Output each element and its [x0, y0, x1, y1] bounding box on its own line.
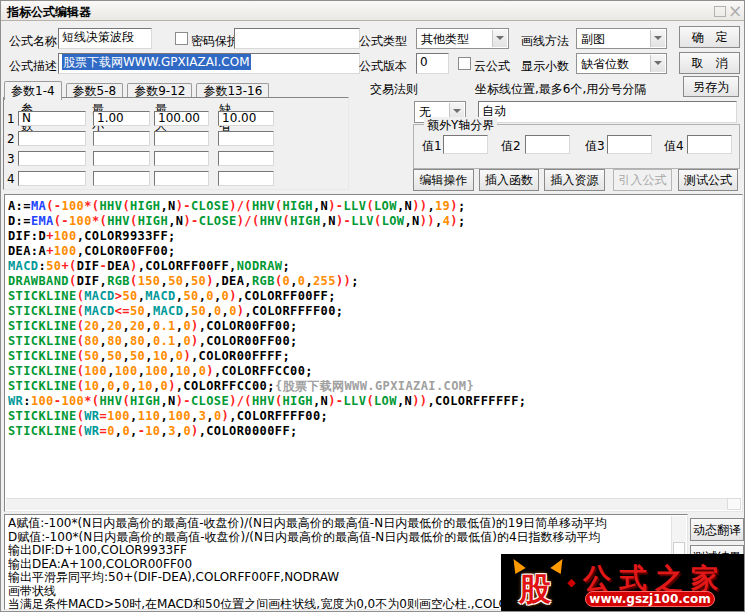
y-value-input-2[interactable]	[525, 135, 570, 154]
param-tabs: 参数1-4参数5-8参数9-12参数13-16	[4, 80, 273, 98]
code-line: A:=MA(-100*(HHV(HIGH,N)-CLOSE)/(HHV(HIGH…	[8, 199, 726, 214]
code-line: STICKLINE(MACD>50,MACD,50,0,0),COLORFF00…	[8, 289, 726, 304]
formula-editor-window: 指标公式编辑器 × 公式名称 短线决策波段 密码保护 公式类型 其他类型 画线方…	[0, 0, 745, 612]
decimal-combo[interactable]: 缺省位数	[576, 53, 667, 74]
horizontal-scrollbar[interactable]	[6, 498, 727, 510]
param-cell-1-最大[interactable]: 100.00	[154, 111, 209, 126]
code-line: STICKLINE(80,80,80,0.1,0),COLOR00FF00;	[8, 334, 726, 349]
close-icon[interactable]: ×	[728, 1, 742, 21]
tab-param-1[interactable]: 参数1-4	[4, 81, 62, 100]
coord-lines-input[interactable]: 自动	[478, 101, 737, 123]
cancel-button[interactable]: 取 消	[679, 52, 740, 74]
window-title: 指标公式编辑器	[7, 4, 91, 21]
formula-name-input[interactable]: 短线决策波段	[58, 28, 152, 49]
param-row-index: 1	[7, 112, 15, 126]
code-line: STICKLINE(MACD<=50,MACD,50,0,0),COLORFFF…	[8, 304, 726, 319]
code-editor[interactable]: A:=MA(-100*(HHV(HIGH,N)-CLOSE)/(HHV(HIGH…	[4, 194, 743, 512]
title-bar[interactable]: 指标公式编辑器 ×	[1, 1, 744, 21]
password-checkbox[interactable]	[175, 32, 188, 45]
code-line: STICKLINE(WR=0,0,-10,3,0),COLOR0000FF;	[8, 424, 726, 439]
code-line: D:=EMA(-100*(HHV(HIGH,N)-CLOSE)/(HHV(HIG…	[8, 214, 726, 229]
save-as-button[interactable]: 另存为	[683, 76, 739, 97]
param-row-index: 2	[7, 132, 15, 146]
param-cell-1-缺省[interactable]: 10.00	[218, 111, 274, 126]
param-cell-2-缺省[interactable]	[218, 131, 274, 146]
flame-horn-icon	[550, 556, 567, 574]
formula-type-combo[interactable]: 其他类型	[416, 28, 509, 49]
toolbar-button-5[interactable]: 测试公式	[678, 169, 738, 191]
selected-text: 股票下载网WWW.GPXIAZAI.COM	[62, 54, 251, 70]
param-row-index: 3	[7, 152, 15, 166]
chevron-down-icon[interactable]	[650, 55, 665, 72]
code-line: DIF:D+100,COLOR9933FF;	[8, 229, 726, 244]
formula-version-label: 公式版本	[359, 58, 407, 75]
ok-button[interactable]: 确 定	[679, 26, 740, 48]
param-cell-4-最大[interactable]	[154, 171, 209, 186]
param-cell-2-最大[interactable]	[154, 131, 209, 146]
maximize-icon[interactable]	[714, 6, 726, 17]
formula-desc-label: 公式描述	[9, 58, 57, 75]
decimal-label: 显示小数	[521, 58, 569, 75]
param-cell-1-参数[interactable]: N	[18, 111, 86, 126]
password-label: 密码保护	[191, 33, 239, 50]
cloud-formula-label: 云公式	[474, 58, 510, 75]
param-cell-2-参数[interactable]	[18, 131, 86, 146]
gszj-logo: 股 ◆ 公式之家 www.gszj100.com	[501, 554, 745, 612]
description-line: D赋值:-100*(N日内最高价的最高值-收盘价)/(N日内最高价的最高值-N日…	[8, 531, 670, 545]
password-input[interactable]	[234, 28, 360, 49]
draw-method-combo[interactable]: 副图	[576, 28, 667, 49]
draw-method-value: 副图	[581, 31, 605, 47]
param-cell-4-最小[interactable]	[93, 171, 150, 186]
toolbar-button-4: 引入公式	[613, 169, 672, 191]
y-value-label-2: 值2	[501, 138, 521, 155]
formula-desc-input[interactable]: 股票下载网WWW.GPXIAZAI.COM	[58, 53, 360, 74]
y-value-input-4[interactable]	[687, 135, 732, 154]
trade-rule-label: 交易法则	[370, 81, 418, 98]
chevron-down-icon[interactable]	[650, 30, 665, 47]
param-cell-4-缺省[interactable]	[218, 171, 274, 186]
code-line: DEA:A+100,COLOR00FF00;	[8, 244, 726, 259]
param-cell-1-最小[interactable]: 1.00	[93, 111, 150, 126]
code-line: STICKLINE(50,50,50,10,0),COLOR00FFFF;	[8, 349, 726, 364]
y-value-label-4: 值4	[664, 138, 684, 155]
param-cell-3-参数[interactable]	[18, 151, 86, 166]
formula-version-input[interactable]: 0	[416, 53, 449, 74]
param-cell-3-缺省[interactable]	[218, 151, 274, 166]
code-content: A:=MA(-100*(HHV(HIGH,N)-CLOSE)/(HHV(HIGH…	[8, 199, 726, 439]
y-value-input-1[interactable]	[443, 135, 488, 154]
code-line: MACD:50+(DIF-DEA),COLORFF00FF,NODRAW;	[8, 259, 726, 274]
formula-type-value: 其他类型	[421, 31, 469, 47]
y-axis-group-label: 额外Y轴分界	[424, 117, 497, 134]
decimal-value: 缺省位数	[581, 56, 629, 72]
chevron-down-icon[interactable]	[492, 30, 507, 47]
code-line: STICKLINE(20,20,20,0.1,0),COLOR00FF00;	[8, 319, 726, 334]
toolbar-button-3[interactable]: 插入资源	[544, 169, 605, 191]
toolbar-button-2[interactable]: 插入函数	[479, 169, 539, 191]
coord-lines-label: 坐标线位置,最多6个,用分号分隔	[475, 81, 646, 98]
toolbar-button-1[interactable]: 编辑操作	[413, 169, 474, 191]
scrollbar-corner	[727, 498, 741, 510]
description-line: A赋值:-100*(N日内最高价的最高值-收盘价)/(N日内最高价的最高值-N日…	[8, 517, 670, 531]
y-value-label-1: 值1	[422, 138, 442, 155]
side-button-1[interactable]: 动态翻译	[690, 518, 744, 541]
param-cell-4-参数[interactable]	[18, 171, 86, 186]
code-line: DRAWBAND(DIF,RGB(150,50,50),DEA,RGB(0,0,…	[8, 274, 726, 289]
cloud-formula-checkbox[interactable]	[458, 57, 471, 70]
code-line: STICKLINE(WR=100,110,100,3,0),COLORFFFF0…	[8, 409, 726, 424]
formula-type-label: 公式类型	[359, 33, 407, 50]
param-row-index: 4	[7, 172, 15, 186]
param-cell-2-最小[interactable]	[93, 131, 150, 146]
stock-character: 股	[519, 568, 551, 612]
param-cell-3-最大[interactable]	[154, 151, 209, 166]
bull-stock-icon: 股	[509, 560, 567, 610]
code-line: WR:100-100*(HHV(HIGH,N)-CLOSE)/(HHV(HIGH…	[8, 394, 726, 409]
diamond-icon: ◆	[567, 576, 575, 589]
y-value-label-3: 值3	[585, 138, 605, 155]
logo-url: www.gszj100.com	[585, 591, 715, 607]
code-line: STICKLINE(100,100,100,10,0),COLORFFCC00;	[8, 364, 726, 379]
formula-name-label: 公式名称	[9, 33, 57, 50]
y-value-input-3[interactable]	[607, 135, 652, 154]
param-cell-3-最小[interactable]	[93, 151, 150, 166]
draw-method-label: 画线方法	[521, 33, 569, 50]
code-line: STICKLINE(10,0,0,10,0),COLORFFCC00;{股票下载…	[8, 379, 726, 394]
